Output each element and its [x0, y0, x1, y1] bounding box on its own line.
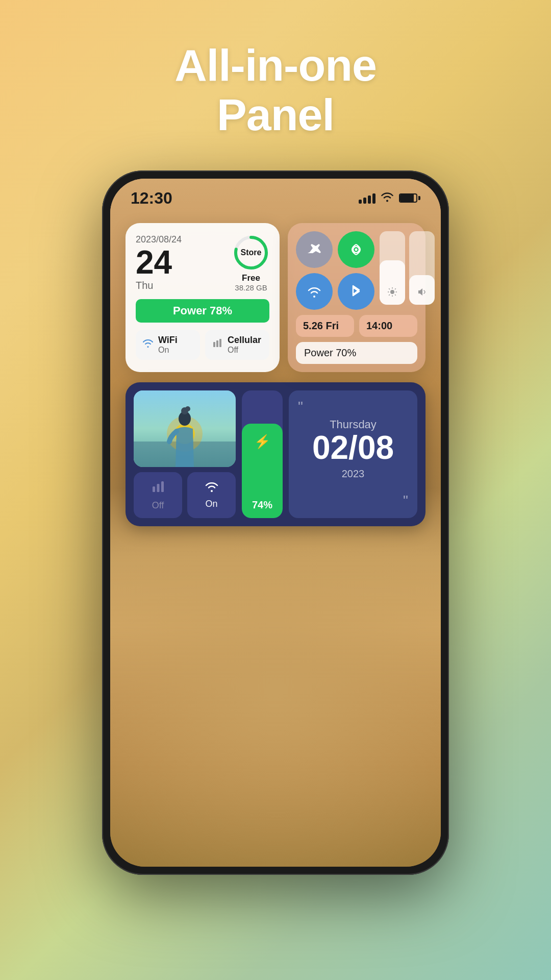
page-title: All-in-one Panel — [174, 41, 377, 140]
svg-line-15 — [389, 295, 390, 296]
svg-line-12 — [389, 288, 390, 289]
svg-point-22 — [185, 406, 190, 411]
svg-rect-4 — [219, 339, 221, 347]
network-section: WiFi On — [136, 330, 269, 360]
airplane-button[interactable] — [296, 231, 333, 268]
cellular-toggle-icon — [151, 479, 165, 497]
power-bar-section: Power 78% — [136, 299, 269, 323]
date-day-number: 24 — [136, 246, 227, 279]
svg-rect-3 — [216, 340, 218, 347]
phone-frame: 12:30 — [102, 170, 449, 875]
control-date: 5.26 Fri — [296, 315, 354, 337]
bluetooth-button[interactable] — [338, 273, 374, 310]
wifi-toggle[interactable]: On — [187, 472, 236, 518]
date-widget-number: 02/08 — [298, 431, 408, 464]
status-bar: 12:30 — [110, 179, 441, 213]
cellular-network-icon — [211, 338, 223, 351]
date-section: 2023/08/24 24 Thu — [136, 234, 227, 292]
signal-bar-2 — [363, 198, 366, 204]
battery-column: ⚡ 74% — [242, 390, 283, 518]
status-icons — [359, 191, 420, 205]
widgets-top-row: 2023/08/24 24 Thu Store — [126, 223, 425, 372]
status-time: 12:30 — [131, 189, 172, 208]
storage-circle: Store — [233, 234, 269, 271]
svg-line-13 — [395, 295, 396, 296]
svg-point-7 — [390, 290, 394, 294]
svg-line-14 — [395, 288, 396, 289]
cellular-status: Off — [228, 346, 261, 355]
cellular-network-item: Cellular Off — [205, 330, 269, 360]
cellular-toggle-label: Off — [152, 500, 164, 511]
storage-section: Store Free 38.28 GB — [233, 234, 269, 292]
storage-circle-label: Store — [241, 248, 262, 257]
wifi-network-info: WiFi On — [158, 335, 178, 355]
cellular-network-info: Cellular Off — [228, 335, 261, 355]
svg-rect-25 — [161, 481, 164, 492]
storage-amount: 38.28 GB — [235, 283, 267, 292]
quote-open-icon: " — [298, 400, 408, 414]
date-widget-year: 2023 — [298, 468, 408, 480]
toggle-row: Off On — [134, 472, 236, 518]
wifi-network-icon — [142, 338, 154, 351]
bottom-widget[interactable]: Off On — [126, 382, 425, 526]
date-year-month: 2023/08/24 — [136, 234, 227, 245]
wifi-name: WiFi — [158, 335, 178, 346]
info-widget[interactable]: 2023/08/24 24 Thu Store — [126, 223, 280, 372]
control-time: 14:00 — [359, 315, 417, 337]
wifi-status: On — [158, 346, 178, 355]
control-power-bar: Power 70% — [296, 342, 417, 364]
control-widget[interactable]: 5.26 Fri 14:00 Power 70% — [288, 223, 425, 372]
signal-bar-1 — [359, 200, 362, 204]
signal-bar-3 — [368, 195, 371, 204]
cellular-button[interactable] — [338, 231, 374, 268]
storage-free-label: Free — [242, 273, 260, 283]
info-widget-top: 2023/08/24 24 Thu Store — [136, 234, 269, 292]
wifi-toggle-label: On — [205, 499, 217, 509]
brightness-slider[interactable] — [380, 231, 405, 305]
svg-rect-2 — [213, 342, 215, 347]
battery-percent-label: 74% — [252, 499, 272, 511]
svg-point-6 — [355, 248, 358, 251]
bottom-left: Off On — [134, 390, 236, 518]
wifi-status-icon — [381, 191, 394, 205]
control-info-row: 5.26 Fri 14:00 — [296, 315, 417, 337]
signal-icon — [359, 192, 375, 204]
phone-screen: 12:30 — [110, 179, 441, 867]
power-bar: Power 78% — [136, 299, 269, 323]
cellular-toggle[interactable]: Off — [134, 472, 182, 518]
signal-bar-4 — [372, 193, 375, 204]
wifi-toggle-icon — [205, 479, 219, 496]
svg-rect-24 — [157, 484, 159, 492]
widgets-area: 2023/08/24 24 Thu Store — [110, 213, 441, 536]
volume-slider[interactable] — [409, 231, 435, 305]
photo-section — [134, 390, 236, 467]
wifi-control-button[interactable] — [296, 273, 333, 310]
quote-close-icon: " — [403, 493, 408, 509]
date-weekday: Thu — [136, 280, 227, 291]
battery-icon — [399, 193, 420, 203]
svg-rect-23 — [153, 486, 155, 492]
date-widget: " Thursday 02/08 2023 " — [289, 390, 417, 518]
cellular-name: Cellular — [228, 335, 261, 346]
wifi-network-item: WiFi On — [136, 330, 200, 360]
